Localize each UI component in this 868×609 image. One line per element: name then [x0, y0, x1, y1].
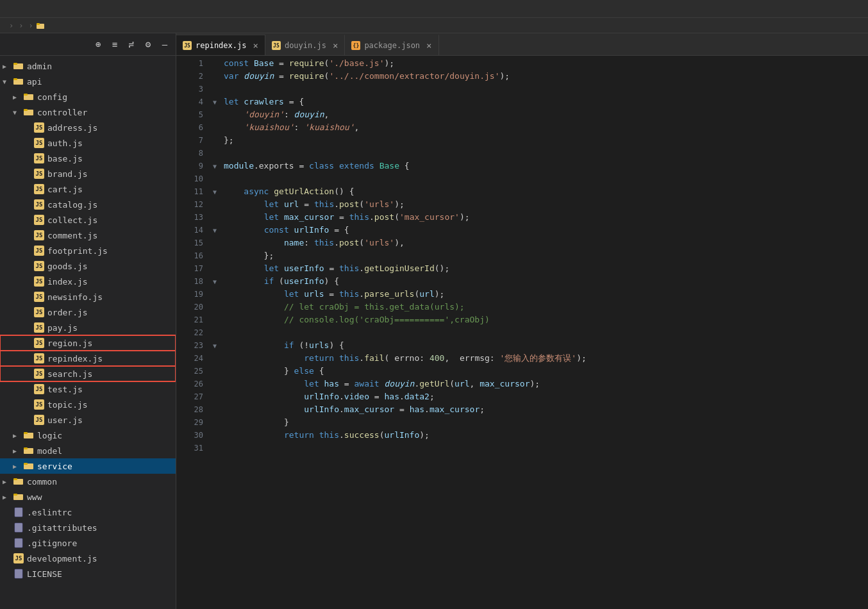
tree-item[interactable]: JSgoods.js	[0, 258, 176, 274]
gutter-fold-icon[interactable]: ▼	[208, 96, 221, 108]
tree-item[interactable]: .gitattributes	[0, 520, 176, 535]
tree-item[interactable]: ▶service	[0, 458, 176, 474]
tree-item[interactable]: JSnewsinfo.js	[0, 289, 176, 304]
tree-item[interactable]: JScatalog.js	[0, 197, 176, 212]
tree-item-label: repindex.js	[47, 354, 103, 363]
sidebar-tree: ▶admin▼api▶config▼controllerJSaddress.js…	[0, 56, 176, 609]
tree-item-label: index.js	[47, 277, 88, 287]
gutter-fold-icon[interactable]: ▼	[208, 339, 221, 352]
tree-item[interactable]: JStest.js	[0, 381, 176, 397]
gutter-fold-icon[interactable]: ▼	[208, 224, 221, 237]
breadcrumb-part-3[interactable]	[36, 21, 46, 30]
sidebar-toolbar: ⊕ ≡ ≓ ⚙ –	[0, 33, 176, 56]
file-icon	[13, 522, 24, 533]
code-line: async getUrlAction() {	[224, 185, 868, 198]
code-line: urlInfo.max_cursor = has.max_cursor;	[224, 403, 868, 416]
tree-item-label: config	[37, 92, 67, 102]
tree-item[interactable]: ▶common	[0, 474, 176, 489]
toolbar-icon-target[interactable]: ⊕	[92, 38, 104, 50]
code-line: // console.log('craObj==========',craObj…	[224, 313, 868, 326]
tree-item-label: base.js	[47, 154, 83, 163]
gutter-fold-icon[interactable]: ▼	[208, 185, 221, 198]
gutter-fold-icon	[208, 83, 221, 96]
tree-item[interactable]: JSuser.js	[0, 412, 176, 428]
line-number: 2	[176, 70, 203, 83]
tree-item[interactable]: JSpay.js	[0, 320, 176, 335]
tree-item[interactable]: JSindex.js	[0, 274, 176, 289]
tree-item[interactable]: JSorder.js	[0, 304, 176, 320]
tree-item[interactable]: JSauth.js	[0, 135, 176, 151]
line-number: 30	[176, 429, 203, 442]
toolbar-icon-collapse[interactable]: –	[159, 38, 171, 50]
tree-item[interactable]: JScollect.js	[0, 212, 176, 228]
svg-rect-9	[24, 109, 28, 111]
svg-rect-11	[24, 432, 28, 434]
tree-item[interactable]: ▶admin	[0, 58, 176, 74]
tree-item-label: admin	[27, 62, 52, 71]
tree-item[interactable]: .gitignore	[0, 535, 176, 551]
toolbar-icon-list[interactable]: ≡	[109, 38, 121, 50]
line-number: 12	[176, 198, 203, 211]
tree-item[interactable]: JSaddress.js	[0, 120, 176, 135]
tab-close-button[interactable]: ×	[253, 40, 258, 51]
tree-item[interactable]: ▼api	[0, 74, 176, 89]
toolbar-icon-settings[interactable]: ⚙	[142, 38, 154, 50]
tree-item[interactable]: ▶www	[0, 489, 176, 505]
tree-item[interactable]: ▼controller	[0, 104, 176, 120]
tab-label: douyin.js	[285, 41, 326, 50]
tree-item[interactable]: JSdevelopment.js	[0, 551, 176, 566]
tab-close-button[interactable]: ×	[426, 40, 431, 51]
tree-item[interactable]: JScart.js	[0, 181, 176, 197]
code-content[interactable]: const Base = require('./base.js');var do…	[221, 56, 868, 609]
tab-close-button[interactable]: ×	[333, 40, 338, 51]
file-icon	[13, 537, 24, 549]
line-number: 14	[176, 224, 203, 237]
gutter-fold-icon	[208, 262, 221, 275]
js-file-icon: JS	[33, 229, 45, 241]
code-line: if (!urls) {	[224, 339, 868, 352]
gutter-fold-icon[interactable]: ▼	[208, 160, 221, 172]
js-file-icon: JS	[33, 337, 45, 349]
tab-repindexjs[interactable]: JSrepindex.js×	[176, 35, 265, 55]
gutter-fold-icon[interactable]: ▼	[208, 275, 221, 288]
folder-icon	[13, 491, 24, 503]
tree-item[interactable]: LICENSE	[0, 566, 176, 581]
gutter-fold-icon	[208, 147, 221, 160]
js-file-icon: JS	[33, 245, 45, 256]
tree-item[interactable]: JSrepindex.js	[0, 351, 176, 366]
svg-rect-20	[15, 508, 22, 517]
tree-item[interactable]: JStopic.js	[0, 397, 176, 412]
tree-item[interactable]: JSbrand.js	[0, 166, 176, 181]
tree-item[interactable]: JSregion.js	[0, 335, 176, 351]
tree-arrow-icon: ▶	[13, 447, 23, 455]
gutter-fold-icon	[208, 121, 221, 134]
tree-item-label: region.js	[47, 338, 92, 348]
tree-item[interactable]: ▶logic	[0, 428, 176, 443]
tree-item[interactable]: JSsearch.js	[0, 366, 176, 381]
gutter-fold-icon	[208, 198, 221, 211]
js-file-icon: JS	[33, 137, 45, 149]
tab-douyinjs[interactable]: JSdouyin.js×	[265, 35, 345, 55]
svg-rect-3	[13, 63, 17, 65]
tree-item[interactable]: JScomment.js	[0, 228, 176, 243]
tree-item[interactable]: JSbase.js	[0, 151, 176, 166]
gutter-fold-icon	[208, 237, 221, 249]
line-number: 19	[176, 288, 203, 301]
code-line: 'douyin': douyin,	[224, 108, 868, 121]
gutter-fold-icon	[208, 70, 221, 83]
tree-item[interactable]: JSfootprint.js	[0, 243, 176, 258]
tree-item-label: model	[37, 446, 62, 456]
code-line: let crawlers = {	[224, 96, 868, 108]
line-number: 11	[176, 185, 203, 198]
tab-packagejson[interactable]: {}package.json×	[345, 35, 438, 55]
tree-item[interactable]: .eslintrc	[0, 505, 176, 520]
toolbar-icon-sort[interactable]: ≓	[126, 38, 137, 50]
tree-item-label: logic	[37, 431, 62, 440]
code-line: const Base = require('./base.js');	[224, 57, 868, 70]
tree-item[interactable]: ▶model	[0, 443, 176, 458]
line-number: 4	[176, 96, 203, 108]
tree-arrow-icon: ▶	[3, 478, 13, 485]
code-line: }	[224, 416, 868, 429]
tree-item[interactable]: ▶config	[0, 89, 176, 104]
tree-item-label: auth.js	[47, 138, 83, 148]
